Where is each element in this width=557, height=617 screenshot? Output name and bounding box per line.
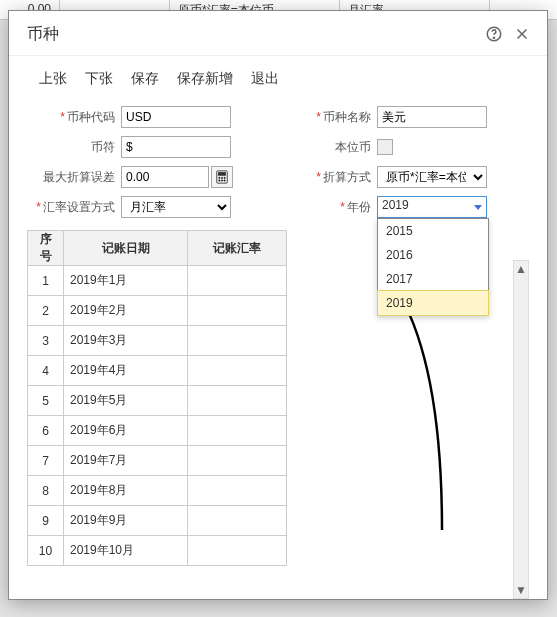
cell-rate[interactable] bbox=[188, 506, 287, 536]
select-rate-mode[interactable]: 月汇率 bbox=[121, 196, 231, 218]
dialog-title: 币种 bbox=[27, 24, 477, 45]
cell-index: 8 bbox=[28, 476, 64, 506]
help-icon[interactable] bbox=[483, 23, 505, 45]
toolbar-next[interactable]: 下张 bbox=[85, 70, 113, 88]
cell-rate[interactable] bbox=[188, 536, 287, 566]
table-row[interactable]: 72019年7月 bbox=[28, 446, 287, 476]
year-option[interactable]: 2016 bbox=[378, 243, 488, 267]
currency-dialog: 币种 上张 下张 保存 保存新增 退出 币种代码 币种名称 币符 本位币 bbox=[8, 10, 548, 600]
cell-date: 2019年9月 bbox=[64, 506, 188, 536]
table-row[interactable]: 82019年8月 bbox=[28, 476, 287, 506]
table-row[interactable]: 102019年10月 bbox=[28, 536, 287, 566]
cell-rate[interactable] bbox=[188, 326, 287, 356]
rate-table: 序号 记账日期 记账汇率 12019年1月22019年2月32019年3月420… bbox=[27, 230, 287, 566]
input-name[interactable] bbox=[377, 106, 487, 128]
input-symbol[interactable] bbox=[121, 136, 231, 158]
cell-index: 4 bbox=[28, 356, 64, 386]
cell-date: 2019年7月 bbox=[64, 446, 188, 476]
cell-rate[interactable] bbox=[188, 266, 287, 296]
cell-date: 2019年6月 bbox=[64, 416, 188, 446]
cell-index: 5 bbox=[28, 386, 64, 416]
cell-index: 9 bbox=[28, 506, 64, 536]
table-row[interactable]: 22019年2月 bbox=[28, 296, 287, 326]
cell-index: 2 bbox=[28, 296, 64, 326]
label-name: 币种名称 bbox=[283, 109, 377, 126]
table-row[interactable]: 32019年3月 bbox=[28, 326, 287, 356]
dialog-toolbar: 上张 下张 保存 保存新增 退出 bbox=[9, 56, 547, 98]
cell-rate[interactable] bbox=[188, 446, 287, 476]
close-icon[interactable] bbox=[511, 23, 533, 45]
svg-point-8 bbox=[221, 180, 222, 181]
form-area: 币种代码 币种名称 币符 本位币 最大折算误差 折算方式 原币*汇率 bbox=[9, 98, 547, 222]
select-year[interactable]: 2019 bbox=[377, 196, 487, 218]
label-conversion: 折算方式 bbox=[283, 169, 377, 186]
year-option[interactable]: 2015 bbox=[378, 219, 488, 243]
label-base-currency: 本位币 bbox=[283, 139, 377, 156]
svg-point-4 bbox=[219, 177, 220, 178]
label-max-error: 最大折算误差 bbox=[27, 169, 121, 186]
select-conversion[interactable]: 原币*汇率=本位币 bbox=[377, 166, 487, 188]
cell-date: 2019年4月 bbox=[64, 356, 188, 386]
cell-rate[interactable] bbox=[188, 476, 287, 506]
cell-date: 2019年10月 bbox=[64, 536, 188, 566]
year-option[interactable]: 2017 bbox=[378, 267, 488, 291]
toolbar-prev[interactable]: 上张 bbox=[39, 70, 67, 88]
svg-point-5 bbox=[221, 177, 222, 178]
cell-rate[interactable] bbox=[188, 356, 287, 386]
label-year: 年份 bbox=[283, 199, 377, 216]
input-code[interactable] bbox=[121, 106, 231, 128]
scroll-up-icon[interactable]: ▲ bbox=[514, 261, 528, 277]
svg-point-1 bbox=[493, 37, 494, 38]
cell-index: 10 bbox=[28, 536, 64, 566]
table-row[interactable]: 92019年9月 bbox=[28, 506, 287, 536]
toolbar-exit[interactable]: 退出 bbox=[251, 70, 279, 88]
table-row[interactable]: 12019年1月 bbox=[28, 266, 287, 296]
svg-point-6 bbox=[224, 177, 225, 178]
checkbox-base-currency[interactable] bbox=[377, 139, 393, 155]
cell-date: 2019年3月 bbox=[64, 326, 188, 356]
cell-index: 7 bbox=[28, 446, 64, 476]
cell-rate[interactable] bbox=[188, 386, 287, 416]
year-dropdown: 2015201620172019 bbox=[377, 218, 489, 316]
cell-date: 2019年1月 bbox=[64, 266, 188, 296]
cell-date: 2019年5月 bbox=[64, 386, 188, 416]
vertical-scrollbar[interactable]: ▲ ▼ bbox=[513, 260, 529, 599]
label-symbol: 币符 bbox=[27, 139, 121, 156]
label-rate-mode: 汇率设置方式 bbox=[27, 199, 121, 216]
svg-point-7 bbox=[219, 180, 220, 181]
table-row[interactable]: 52019年5月 bbox=[28, 386, 287, 416]
cell-index: 6 bbox=[28, 416, 64, 446]
svg-rect-3 bbox=[219, 173, 226, 176]
scroll-down-icon[interactable]: ▼ bbox=[514, 582, 528, 598]
input-max-error[interactable] bbox=[121, 166, 209, 188]
label-code: 币种代码 bbox=[27, 109, 121, 126]
cell-rate[interactable] bbox=[188, 296, 287, 326]
toolbar-save[interactable]: 保存 bbox=[131, 70, 159, 88]
cell-index: 3 bbox=[28, 326, 64, 356]
cell-index: 1 bbox=[28, 266, 64, 296]
table-row[interactable]: 42019年4月 bbox=[28, 356, 287, 386]
cell-date: 2019年8月 bbox=[64, 476, 188, 506]
toolbar-save-new[interactable]: 保存新增 bbox=[177, 70, 233, 88]
cell-rate[interactable] bbox=[188, 416, 287, 446]
col-index: 序号 bbox=[28, 231, 64, 266]
annotation-arrow bbox=[382, 290, 462, 540]
col-date: 记账日期 bbox=[64, 231, 188, 266]
cell-date: 2019年2月 bbox=[64, 296, 188, 326]
calculator-icon[interactable] bbox=[211, 166, 233, 188]
year-option[interactable]: 2019 bbox=[377, 290, 489, 316]
svg-point-9 bbox=[224, 180, 225, 181]
table-row[interactable]: 62019年6月 bbox=[28, 416, 287, 446]
dialog-header: 币种 bbox=[9, 11, 547, 56]
col-rate: 记账汇率 bbox=[188, 231, 287, 266]
